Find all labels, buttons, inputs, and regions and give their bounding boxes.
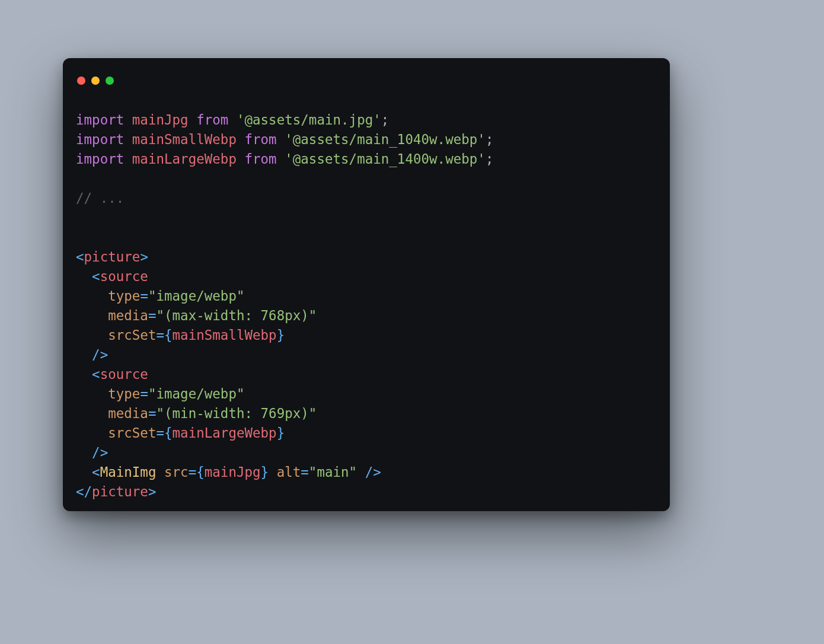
punctuation: = [140, 386, 148, 401]
string-literal: '@assets/main_1040w.webp' [285, 132, 486, 147]
bracket: < [76, 249, 84, 264]
bracket: > [140, 249, 148, 264]
punctuation: ; [486, 151, 494, 167]
string-literal: "main" [309, 464, 357, 480]
string-literal: "image/webp" [148, 386, 245, 401]
punctuation: ; [381, 112, 389, 127]
jsx-attr: src [164, 464, 189, 480]
punctuation: ; [486, 132, 494, 147]
brace: { [164, 327, 173, 343]
string-literal: '@assets/main.jpg' [237, 112, 381, 127]
maximize-icon[interactable] [106, 76, 114, 85]
identifier: mainSmallWebp [173, 327, 277, 343]
string-literal: "(max-width: 768px)" [156, 308, 317, 323]
identifier: mainJpg [205, 464, 261, 480]
code-block: import mainJpg from '@assets/main.jpg'; … [63, 94, 670, 511]
brace: } [277, 327, 285, 343]
bracket: /> [92, 445, 108, 460]
code-window: import mainJpg from '@assets/main.jpg'; … [63, 58, 670, 511]
keyword-import: import [76, 132, 124, 147]
punctuation: = [189, 464, 197, 480]
brace: } [277, 425, 285, 441]
jsx-tag: source [100, 366, 148, 382]
bracket: /> [365, 464, 381, 480]
comment: // ... [76, 190, 124, 206]
jsx-attr: media [108, 308, 148, 323]
jsx-tag: source [100, 269, 148, 284]
jsx-attr: srcSet [108, 425, 156, 441]
jsx-tag: picture [84, 249, 140, 264]
keyword-from: from [196, 112, 228, 127]
jsx-component: MainImg [100, 464, 157, 480]
brace: } [261, 464, 269, 480]
bracket: /> [92, 347, 108, 362]
bracket: < [92, 366, 100, 382]
punctuation: = [148, 308, 157, 323]
string-literal: "(min-width: 769px)" [156, 406, 317, 421]
identifier: mainLargeWebp [132, 151, 237, 167]
minimize-icon[interactable] [91, 76, 100, 85]
keyword-from: from [244, 132, 276, 147]
punctuation: = [156, 327, 164, 343]
jsx-attr: type [108, 386, 140, 401]
jsx-attr: alt [277, 464, 301, 480]
keyword-import: import [76, 151, 124, 167]
identifier: mainLargeWebp [173, 425, 277, 441]
keyword-import: import [76, 112, 124, 127]
window-titlebar [63, 58, 670, 94]
brace: { [164, 425, 173, 441]
bracket: < [92, 464, 100, 480]
string-literal: '@assets/main_1400w.webp' [285, 151, 486, 167]
jsx-tag: picture [92, 484, 148, 499]
identifier: mainSmallWebp [132, 132, 237, 147]
keyword-from: from [244, 151, 276, 167]
jsx-attr: srcSet [108, 327, 156, 343]
bracket: > [148, 484, 157, 499]
bracket: </ [76, 484, 92, 499]
jsx-attr: type [108, 288, 140, 304]
punctuation: = [140, 288, 148, 304]
bracket: < [92, 269, 100, 284]
punctuation: = [301, 464, 309, 480]
string-literal: "image/webp" [148, 288, 245, 304]
close-icon[interactable] [77, 76, 85, 85]
punctuation: = [156, 425, 164, 441]
brace: { [196, 464, 205, 480]
identifier: mainJpg [132, 112, 189, 127]
punctuation: = [148, 406, 157, 421]
jsx-attr: media [108, 406, 148, 421]
